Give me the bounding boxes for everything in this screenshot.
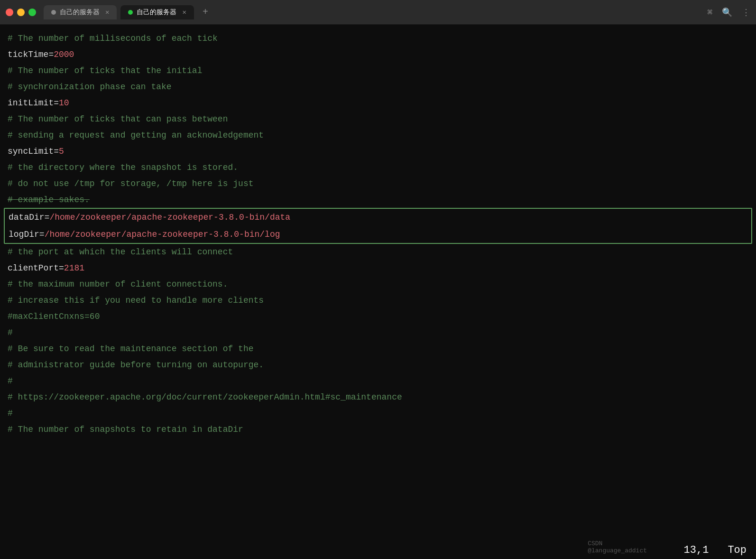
tab-1-close[interactable]: ✕ [105, 8, 109, 16]
code-line-5: initLimit=10 [0, 95, 756, 111]
code-line-3: # The number of ticks that the initial [0, 63, 756, 79]
search-icon[interactable]: 🔍 [722, 7, 732, 18]
code-line-21: # administrator guide before turning on … [0, 357, 756, 373]
comment-text: # The number of milliseconds of each tic… [8, 30, 218, 47]
code-line-10: # do not use /tmp for storage, /tmp here… [0, 176, 756, 192]
tab-dot-1 [51, 10, 56, 15]
comment-text: #maxClientCnxns=60 [8, 308, 100, 325]
code-line-15: clientPort=2181 [0, 260, 756, 276]
key-initlimit: initLimit= [8, 95, 59, 111]
tab-1-label: 自己的服务器 [60, 8, 100, 17]
code-line-6: # The number of ticks that can pass betw… [0, 111, 756, 127]
maximize-button[interactable] [28, 9, 36, 16]
code-line-1: # The number of milliseconds of each tic… [0, 30, 756, 47]
comment-text: # The number of snapshots to retain in d… [8, 421, 243, 438]
traffic-lights [6, 9, 36, 16]
menu-icon[interactable]: ⋮ [742, 7, 750, 18]
close-button[interactable] [6, 9, 13, 16]
titlebar-actions: ⌘ 🔍 ⋮ [707, 7, 750, 18]
new-tab-button[interactable]: + [198, 7, 213, 18]
code-line-19: # [0, 325, 756, 341]
comment-text: # increase this if you need to handle mo… [8, 292, 264, 308]
code-line-2: tickTime=2000 [0, 47, 756, 63]
comment-text: # [8, 325, 13, 341]
comment-text: # [8, 373, 13, 389]
val-clientport: 2181 [64, 260, 84, 276]
cursor-position: 13,1 [684, 544, 709, 556]
key-ticktime: tickTime= [8, 47, 54, 63]
key-synclimit: syncLimit= [8, 143, 59, 159]
tab-2-close[interactable]: ✕ [182, 8, 186, 16]
comment-text: # sending a request and getting an ackno… [8, 127, 264, 143]
val-synclimit: 5 [59, 143, 64, 159]
highlighted-config-block: dataDir=/home/zookeeper/apache-zookeeper… [4, 208, 752, 244]
val-ticktime: 2000 [54, 47, 74, 63]
tab-2-label: 自己的服务器 [137, 8, 176, 17]
minimize-button[interactable] [17, 9, 25, 16]
code-line-7: # sending a request and getting an ackno… [0, 127, 756, 143]
code-line-9: # the directory where the snapshot is st… [0, 159, 756, 176]
comment-text: # do not use /tmp for storage, /tmp here… [8, 176, 253, 192]
key-logdir: logDir= [9, 226, 45, 243]
val-initlimit: 10 [59, 95, 69, 111]
comment-text: # the port at which the clients will con… [8, 244, 233, 260]
watermark-label: CSDN @language_addict [588, 540, 647, 554]
code-line-24: # [0, 405, 756, 421]
comment-text: # [8, 405, 13, 421]
code-line-17: # increase this if you need to handle mo… [0, 292, 756, 308]
comment-text: # The number of ticks that the initial [8, 63, 202, 79]
code-line-16: # the maximum number of client connectio… [0, 276, 756, 292]
code-editor[interactable]: # The number of milliseconds of each tic… [0, 25, 756, 559]
key-clientport: clientPort= [8, 260, 64, 276]
code-line-14: # the port at which the clients will con… [0, 244, 756, 260]
code-line-8: syncLimit=5 [0, 143, 756, 159]
statusbar: CSDN @language_addict 13,1 Top [674, 541, 756, 559]
code-line-18: #maxClientCnxns=60 [0, 308, 756, 325]
comment-text: # the maximum number of client connectio… [8, 276, 228, 292]
tab-dot-2 [128, 10, 133, 15]
scroll-position: Top [728, 544, 747, 556]
tab-2[interactable]: 自己的服务器 ✕ [120, 5, 194, 19]
code-line-4: # synchronization phase can take [0, 79, 756, 95]
comment-text: # https://zookeeper.apache.org/doc/curre… [8, 389, 402, 405]
comment-strike-text: # example sakes. [8, 192, 90, 208]
code-line-22: # [0, 373, 756, 389]
bookmark-icon[interactable]: ⌘ [707, 7, 712, 18]
comment-text: # administrator guide before turning on … [8, 357, 264, 373]
code-line-11: # example sakes. [0, 192, 756, 208]
code-line-23: # https://zookeeper.apache.org/doc/curre… [0, 389, 756, 405]
key-datadir: dataDir= [9, 209, 49, 226]
comment-text: # Be sure to read the maintenance sectio… [8, 341, 253, 357]
code-line-datadir: dataDir=/home/zookeeper/apache-zookeeper… [5, 209, 751, 226]
tab-1[interactable]: 自己的服务器 ✕ [44, 5, 117, 19]
val-logdir: /home/zookeeper/apache-zookeeper-3.8.0-b… [45, 226, 280, 243]
comment-text: # the directory where the snapshot is st… [8, 159, 238, 176]
code-line-logdir: logDir=/home/zookeeper/apache-zookeeper-… [5, 226, 751, 243]
comment-text: # The number of ticks that can pass betw… [8, 111, 228, 127]
val-datadir: /home/zookeeper/apache-zookeeper-3.8.0-b… [49, 209, 290, 226]
titlebar: 自己的服务器 ✕ 自己的服务器 ✕ + ⌘ 🔍 ⋮ [0, 0, 756, 25]
comment-text: # synchronization phase can take [8, 79, 172, 95]
code-line-20: # Be sure to read the maintenance sectio… [0, 341, 756, 357]
code-line-25: # The number of snapshots to retain in d… [0, 421, 756, 438]
